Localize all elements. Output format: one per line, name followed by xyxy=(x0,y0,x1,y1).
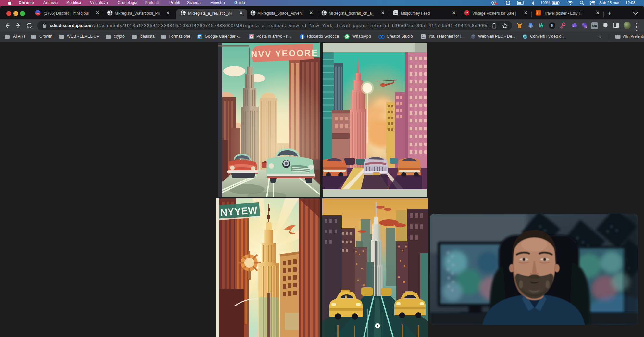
svg-text:5: 5 xyxy=(585,26,587,28)
svg-text:286: 286 xyxy=(37,13,39,15)
svg-text:31: 31 xyxy=(198,35,201,38)
svg-text:E: E xyxy=(537,10,540,15)
svg-text:NVV YEOORE: NVV YEOORE xyxy=(251,48,319,59)
